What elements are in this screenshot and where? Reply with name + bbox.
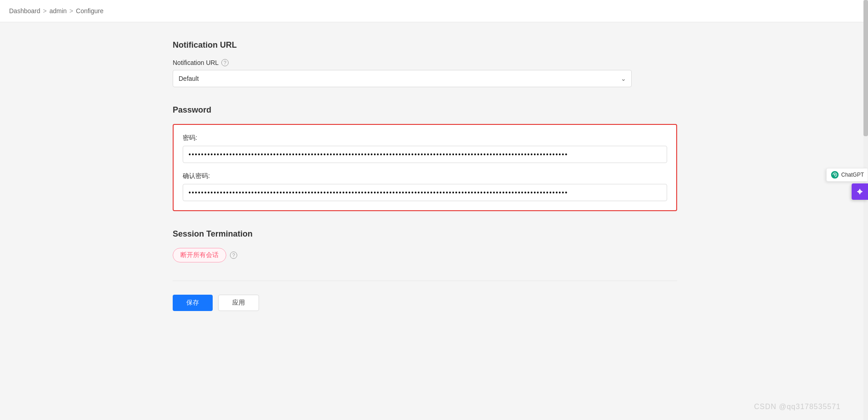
chatgpt-icon bbox=[830, 170, 839, 179]
disconnect-all-button[interactable]: 断开所有会话 bbox=[173, 248, 226, 262]
confirm-password-input[interactable] bbox=[183, 184, 667, 201]
breadcrumb-dashboard[interactable]: Dashboard bbox=[9, 7, 40, 15]
notification-url-title: Notification URL bbox=[173, 40, 636, 50]
confirm-password-form-group: 确认密码: bbox=[183, 172, 667, 201]
notification-url-select-wrapper: Default ⌄ bbox=[173, 70, 632, 87]
password-label: 密码: bbox=[183, 134, 667, 142]
session-help-icon[interactable]: ? bbox=[230, 252, 237, 259]
notification-url-label-row: Notification URL ? bbox=[173, 59, 636, 66]
password-section-box: 密码: 确认密码: bbox=[173, 124, 677, 211]
notification-url-section: Notification URL Notification URL ? Defa… bbox=[173, 40, 636, 87]
action-buttons: 保存 应用 bbox=[173, 295, 636, 311]
notification-url-select[interactable]: Default bbox=[173, 70, 632, 87]
password-section-title: Password bbox=[173, 105, 636, 115]
password-form-group: 密码: bbox=[183, 134, 667, 163]
disconnect-btn-group: 断开所有会话 ? bbox=[173, 248, 237, 262]
notification-url-form-group: Notification URL ? Default ⌄ bbox=[173, 59, 636, 87]
session-section: Session Termination 断开所有会话 ? bbox=[173, 229, 636, 262]
watermark: CSDN @qq3178535571 bbox=[754, 403, 841, 411]
save-button[interactable]: 保存 bbox=[173, 295, 213, 311]
chatgpt-text: ChatGPT bbox=[841, 172, 864, 178]
ai-icon bbox=[855, 187, 864, 196]
breadcrumb-configure: Configure bbox=[76, 7, 104, 15]
chatgpt-label[interactable]: ChatGPT bbox=[826, 168, 868, 182]
scrollbar-thumb[interactable] bbox=[863, 0, 868, 136]
password-input[interactable] bbox=[183, 146, 667, 163]
ai-widget[interactable] bbox=[852, 183, 868, 200]
breadcrumb-sep-2: > bbox=[70, 7, 73, 15]
scrollbar[interactable] bbox=[863, 0, 868, 420]
apply-button[interactable]: 应用 bbox=[218, 295, 259, 311]
notification-url-help-icon[interactable]: ? bbox=[221, 59, 229, 66]
confirm-password-label: 确认密码: bbox=[183, 172, 667, 180]
breadcrumb: Dashboard > admin > Configure bbox=[0, 0, 868, 22]
notification-url-label: Notification URL bbox=[173, 59, 219, 66]
breadcrumb-admin[interactable]: admin bbox=[50, 7, 67, 15]
divider bbox=[173, 281, 677, 281]
breadcrumb-sep-1: > bbox=[43, 7, 47, 15]
svg-point-1 bbox=[834, 174, 835, 175]
chatgpt-widget: ChatGPT bbox=[826, 168, 868, 200]
main-content: Notification URL Notification URL ? Defa… bbox=[0, 22, 636, 329]
session-title: Session Termination bbox=[173, 229, 636, 239]
